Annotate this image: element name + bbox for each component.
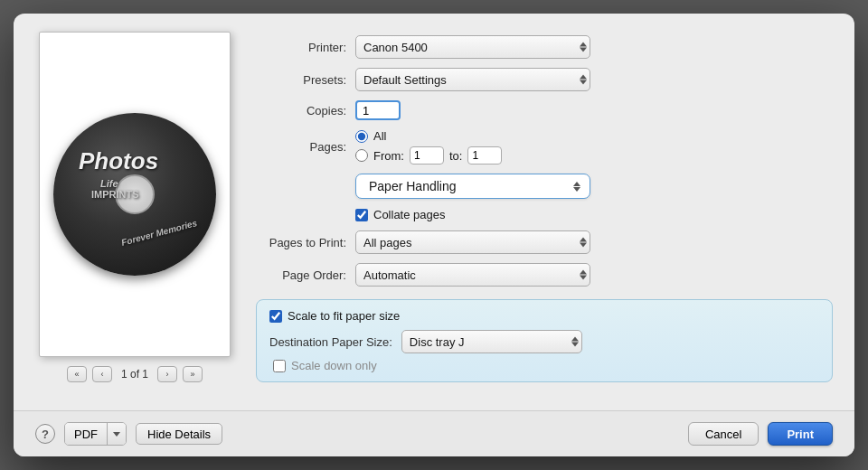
presets-row: Presets: Default Settings <box>256 68 833 91</box>
pages-to-input[interactable] <box>467 146 502 164</box>
disc: Photos Life IMPRINTS Forever Memories <box>53 113 216 276</box>
scale-row: Scale to fit paper size <box>269 309 819 323</box>
disc-text-forever: Forever Memories <box>120 218 198 248</box>
pdf-button[interactable]: PDF <box>65 423 108 445</box>
pages-radio-group: All From: to: <box>355 129 502 164</box>
pages-all-label: All <box>373 129 386 143</box>
presets-select-wrapper: Default Settings <box>355 68 590 91</box>
copies-input[interactable] <box>355 100 401 120</box>
first-page-button[interactable]: « <box>67 366 87 382</box>
page-order-row: Page Order: Automatic <box>256 263 833 287</box>
pdf-dropdown-button[interactable] <box>108 423 126 445</box>
pages-from-label: From: <box>373 149 404 163</box>
pages-to-print-select-wrapper: All pages <box>355 230 590 254</box>
print-button[interactable]: Print <box>768 422 833 446</box>
pages-row: Pages: All From: to: <box>256 129 833 164</box>
cancel-button[interactable]: Cancel <box>688 422 759 446</box>
prev-page-button[interactable]: ‹ <box>92 366 112 382</box>
preview-page: Photos Life IMPRINTS Forever Memories <box>39 32 231 357</box>
preview-nav: « ‹ 1 of 1 › » <box>67 366 203 382</box>
destination-label: Destination Paper Size: <box>269 335 392 349</box>
section-dropdown[interactable]: Paper Handling <box>355 174 590 199</box>
destination-select-wrapper: Disc tray J <box>401 330 582 353</box>
pages-all-row: All <box>355 129 502 143</box>
scale-checkbox[interactable] <box>269 310 282 323</box>
section-dropdown-wrapper: Paper Handling <box>256 174 833 199</box>
print-dialog: Photos Life IMPRINTS Forever Memories « … <box>14 14 854 456</box>
scale-down-checkbox[interactable] <box>273 360 286 372</box>
printer-label: Printer: <box>256 41 346 54</box>
page-order-label: Page Order: <box>256 268 346 282</box>
pages-to-print-select[interactable]: All pages <box>355 230 590 254</box>
scale-section: Scale to fit paper size Destination Pape… <box>256 299 833 382</box>
printer-select-wrapper: Canon 5400 <box>355 35 590 59</box>
collate-label: Collate pages <box>373 208 446 221</box>
pdf-dropdown-arrow-icon <box>113 432 120 437</box>
printer-row: Printer: Canon 5400 <box>256 35 833 59</box>
pages-from-row: From: to: <box>355 146 502 164</box>
collate-row: Collate pages <box>256 208 833 221</box>
page-order-select[interactable]: Automatic <box>355 263 590 287</box>
scale-label: Scale to fit paper size <box>288 309 400 323</box>
preview-panel: Photos Life IMPRINTS Forever Memories « … <box>35 32 234 401</box>
printer-select[interactable]: Canon 5400 <box>355 35 590 59</box>
form-panel: Printer: Canon 5400 Presets: <box>256 32 833 401</box>
disc-preview: Photos Life IMPRINTS Forever Memories <box>53 113 216 276</box>
pages-from-radio[interactable] <box>355 149 368 162</box>
pages-label: Pages: <box>256 140 346 154</box>
collate-checkbox[interactable] <box>355 209 368 221</box>
disc-text-photos: Photos <box>79 147 158 175</box>
pages-to-label: to: <box>449 149 462 163</box>
next-page-button[interactable]: › <box>157 366 177 382</box>
page-order-select-wrapper: Automatic <box>355 263 590 287</box>
pages-all-radio[interactable] <box>355 130 368 143</box>
presets-label: Presets: <box>256 73 346 87</box>
pages-from-input[interactable] <box>410 146 444 164</box>
disc-text-life: Life <box>100 178 118 189</box>
pages-to-print-row: Pages to Print: All pages <box>256 230 833 254</box>
hide-details-button[interactable]: Hide Details <box>136 423 222 445</box>
destination-row: Destination Paper Size: Disc tray J <box>269 330 819 353</box>
from-to-group: to: <box>410 146 502 164</box>
pages-to-print-label: Pages to Print: <box>256 236 346 249</box>
pdf-button-group: PDF <box>64 422 127 446</box>
help-button[interactable]: ? <box>35 424 55 444</box>
destination-select[interactable]: Disc tray J <box>401 330 582 353</box>
presets-select[interactable]: Default Settings <box>355 68 590 91</box>
disc-text-imprints: IMPRINTS <box>91 189 139 200</box>
scale-down-label: Scale down only <box>291 359 377 372</box>
page-counter: 1 of 1 <box>118 368 152 381</box>
section-dropdown-arrow-icon <box>573 182 580 192</box>
dialog-footer: ? PDF Hide Details Cancel Print <box>14 410 854 456</box>
scale-down-row: Scale down only <box>269 359 819 372</box>
copies-row: Copies: <box>256 100 833 120</box>
copies-label: Copies: <box>256 104 346 118</box>
section-label: Paper Handling <box>369 179 457 193</box>
last-page-button[interactable]: » <box>183 366 203 382</box>
